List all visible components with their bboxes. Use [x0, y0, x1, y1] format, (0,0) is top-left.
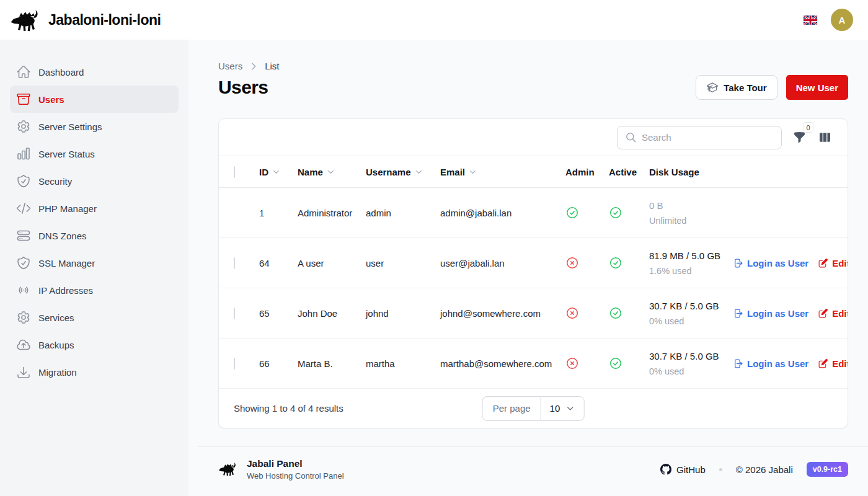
sidebar-item-dashboard[interactable]: Dashboard [10, 58, 179, 86]
edit-link[interactable]: Edit [818, 308, 848, 319]
edit-link[interactable]: Edit [818, 258, 848, 268]
column-header-admin: Admin [565, 167, 595, 177]
per-page-select[interactable]: 10 [541, 396, 585, 421]
sidebar-item-users[interactable]: Users [10, 86, 179, 113]
row-checkbox[interactable] [234, 257, 235, 269]
sidebar-item-backups[interactable]: Backups [10, 331, 179, 358]
disk-usage-detail: 0% used [649, 365, 733, 378]
sidebar-item-label: Server Status [38, 149, 95, 159]
brand[interactable]: Jabaloni-loni-loni [10, 7, 161, 32]
user-avatar[interactable]: A [831, 9, 853, 31]
take-tour-label: Take Tour [724, 82, 766, 93]
login-as-user-link[interactable]: Login as User [733, 308, 808, 319]
login-as-user-link[interactable]: Login as User [733, 358, 808, 369]
server-stack-icon [16, 228, 31, 243]
x-circle-icon [565, 306, 579, 320]
per-page-control: Per page 10 [482, 396, 585, 421]
version-badge[interactable]: v0.9-rc1 [807, 462, 848, 477]
search-icon [625, 131, 637, 143]
disk-usage-value: 30.7 KB / 5.0 GB [649, 298, 733, 314]
login-icon [733, 258, 743, 268]
search-input[interactable] [642, 132, 774, 143]
disk-usage-value: 30.7 KB / 5.0 GB [649, 348, 733, 365]
footer-tagline: Web Hosting Control Panel [247, 471, 344, 480]
edit-link[interactable]: Edit [818, 358, 848, 369]
row-checkbox[interactable] [234, 308, 235, 319]
chevron-down-icon [414, 167, 423, 177]
column-header-active: Active [609, 167, 637, 177]
cell-username: user [366, 258, 440, 268]
table-row: 1 Administrator admin admin@jabali.lan 0… [219, 188, 848, 238]
x-circle-icon [565, 256, 579, 270]
cell-username: johnd [366, 308, 440, 319]
chevron-down-icon [272, 167, 281, 177]
sidebar-item-label: Users [38, 94, 64, 105]
login-icon [733, 308, 743, 319]
results-summary: Showing 1 to 4 of 4 results [234, 403, 343, 414]
table-row: 66 Marta B. martha marthab@somewhere.com… [219, 339, 848, 389]
cell-email: johnd@somewhere.com [440, 308, 565, 319]
chevron-down-icon [468, 167, 477, 177]
sidebar-item-label: Backups [38, 340, 74, 350]
sidebar-item-services[interactable]: Services [10, 304, 179, 331]
sidebar-item-label: SSL Manager [38, 258, 95, 268]
github-label: GitHub [676, 464, 706, 475]
take-tour-button[interactable]: Take Tour [696, 75, 777, 100]
sidebar-item-label: IP Addresses [38, 285, 93, 296]
filter-button[interactable]: 0 [792, 130, 807, 145]
language-flag-icon[interactable] [804, 16, 817, 25]
check-circle-icon [609, 356, 622, 370]
pencil-square-icon [818, 358, 828, 369]
sidebar-item-label: Migration [38, 367, 77, 378]
shield-check-icon [16, 255, 31, 270]
cell-id: 1 [259, 208, 298, 218]
bar-chart-icon [16, 146, 31, 161]
github-link[interactable]: GitHub [660, 464, 706, 475]
breadcrumb-section[interactable]: Users [218, 61, 242, 71]
per-page-label: Per page [482, 396, 541, 421]
gear-icon [16, 310, 31, 325]
sidebar-item-dns-zones[interactable]: DNS Zones [10, 222, 179, 249]
column-header-id[interactable]: ID [259, 167, 281, 177]
copyright-text: © 2026 Jabali [736, 464, 793, 475]
column-header-username[interactable]: Username [366, 167, 423, 177]
sidebar-item-ip-addresses[interactable]: IP Addresses [10, 277, 179, 304]
sidebar-item-server-settings[interactable]: Server Settings [10, 113, 179, 140]
search-box [617, 126, 782, 149]
code-icon [16, 201, 31, 216]
filter-count-badge: 0 [803, 122, 813, 133]
cell-username: martha [366, 358, 440, 369]
sidebar-item-label: Services [38, 312, 74, 323]
table-row: 64 A user user user@jabali.lan 81.9 MB /… [219, 238, 848, 288]
signal-icon [16, 283, 31, 298]
columns-button[interactable] [817, 130, 833, 145]
column-header-email[interactable]: Email [440, 167, 477, 177]
column-header-disk-usage: Disk Usage [649, 167, 699, 177]
sidebar-item-ssl-manager[interactable]: SSL Manager [10, 249, 179, 277]
cell-username: admin [366, 208, 440, 218]
cell-id: 66 [259, 358, 298, 369]
select-all-checkbox[interactable] [234, 166, 235, 178]
column-header-name[interactable]: Name [298, 167, 335, 177]
chevron-down-icon [326, 167, 335, 177]
check-circle-icon [565, 206, 579, 219]
new-user-button[interactable]: New User [786, 75, 848, 100]
funnel-icon [793, 131, 806, 144]
table-footer: Showing 1 to 4 of 4 results Per page 10 [219, 389, 848, 428]
chevron-right-icon [249, 61, 259, 71]
download-icon [16, 365, 31, 379]
sidebar-item-migration[interactable]: Migration [10, 358, 179, 386]
breadcrumb: Users List [218, 61, 848, 71]
cell-id: 65 [259, 308, 298, 319]
sidebar-item-server-status[interactable]: Server Status [10, 140, 179, 167]
app-title: Jabaloni-loni-loni [48, 12, 161, 29]
row-checkbox[interactable] [234, 358, 235, 370]
login-icon [733, 358, 743, 369]
sidebar-item-php-manager[interactable]: PHP Manager [10, 195, 179, 222]
breadcrumb-current: List [265, 61, 279, 71]
cell-name: Administrator [298, 208, 366, 218]
login-as-user-link[interactable]: Login as User [733, 258, 808, 268]
sidebar-item-security[interactable]: Security [10, 167, 179, 195]
disk-usage-detail: 0% used [649, 315, 733, 328]
page-footer: Jabali Panel Web Hosting Control Panel G… [198, 446, 868, 480]
